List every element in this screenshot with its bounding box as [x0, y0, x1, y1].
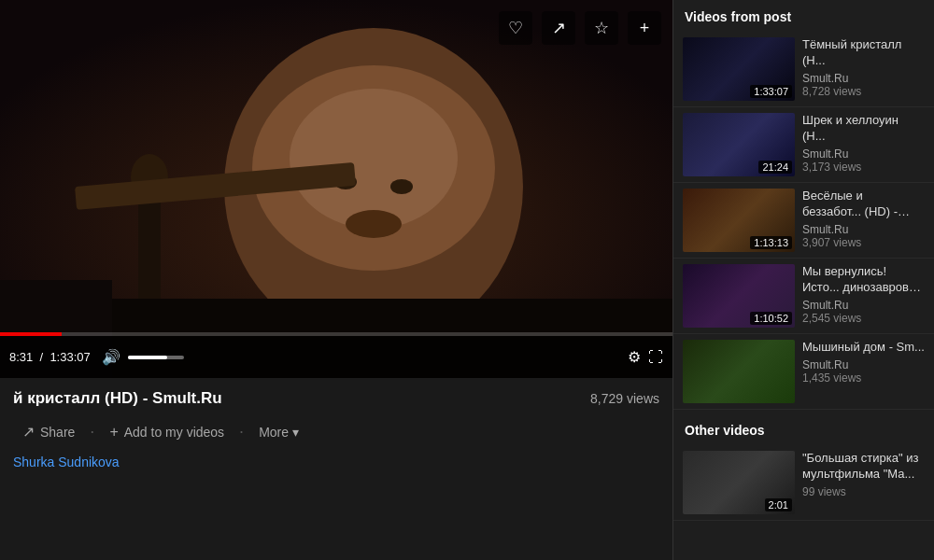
sidebar-video-item[interactable]: 1:33:07 Тёмный кристалл (Н... Smult.Ru 8…	[673, 32, 934, 107]
sidebar-video-title: Шрек и хеллоуин (Н...	[802, 113, 925, 145]
video-thumbnail: 21:24	[683, 113, 795, 176]
author-link[interactable]: Shurka Sudnikova	[13, 453, 120, 471]
video-top-icons: ♡ ↗ ☆ +	[499, 11, 661, 45]
share-button[interactable]: ↗ Share	[13, 417, 84, 446]
section-title-other: Other videos	[673, 413, 934, 445]
sidebar-video-meta: Smult.Ru 1,435 views	[802, 358, 925, 385]
videos-from-post-list: 1:33:07 Тёмный кристалл (Н... Smult.Ru 8…	[673, 32, 934, 410]
sidebar-video-meta: Smult.Ru 3,173 views	[802, 147, 925, 174]
section-title-post: Videos from post	[673, 0, 934, 32]
video-title-row: й кристалл (HD) - Smult.Ru 8,729 views	[13, 389, 659, 408]
volume-button[interactable]: 🔊	[102, 348, 120, 366]
share-icon-button[interactable]: ↗	[542, 11, 575, 45]
video-controls: 8:31 / 1:33:07 🔊 ⚙ ⛶	[0, 336, 672, 378]
sidebar-video-title: Мышиный дом - Sm...	[802, 340, 925, 356]
thumb-duration: 21:24	[758, 161, 792, 174]
add-to-videos-button[interactable]: + Add to my videos	[100, 418, 234, 446]
scene-svg	[0, 0, 672, 378]
video-thumbnail	[683, 340, 795, 403]
fullscreen-icon: ⛶	[648, 349, 663, 365]
volume-fill	[128, 356, 167, 359]
sidebar-video-info: Тёмный кристалл (Н... Smult.Ru 8,728 vie…	[802, 37, 925, 98]
add-icon: +	[109, 424, 118, 441]
main-content: ♡ ↗ ☆ + 8:31 / 1:33:07 🔊	[0, 0, 672, 560]
other-videos-list: 2:01 "Большая стирка" из мультфильма "Ма…	[673, 445, 934, 521]
svg-point-6	[290, 89, 458, 229]
sidebar-video-title: Мы вернулись! Исто... динозавров (HD) - …	[802, 264, 925, 296]
plus-button[interactable]: +	[628, 11, 661, 45]
time-display: 8:31 / 1:33:07	[9, 350, 91, 364]
svg-rect-3	[138, 196, 161, 308]
video-views: 99 views	[802, 485, 846, 498]
sidebar-video-meta: Smult.Ru 2,545 views	[802, 299, 925, 325]
channel-name: Smult.Ru	[802, 299, 848, 312]
sidebar-video-item[interactable]: Мышиный дом - Sm... Smult.Ru 1,435 views	[673, 334, 934, 410]
thumb-duration: 2:01	[765, 498, 792, 511]
settings-button[interactable]: ⚙	[628, 348, 641, 366]
sidebar-video-title: "Большая стирка" из мультфильма "Ма...	[802, 451, 925, 483]
more-button[interactable]: More ▾	[249, 419, 308, 445]
total-time: 1:33:07	[50, 350, 90, 364]
divider-2: ·	[239, 422, 244, 441]
video-thumbnail: 2:01	[683, 451, 795, 514]
channel-name: Smult.Ru	[802, 223, 848, 236]
channel-name: Smult.Ru	[802, 72, 848, 85]
more-label: More	[259, 425, 289, 440]
star-button[interactable]: ☆	[585, 11, 618, 45]
heart-button[interactable]: ♡	[499, 11, 532, 45]
video-views: 1,435 views	[802, 371, 861, 385]
video-thumbnail: 1:13:13	[683, 189, 795, 252]
sidebar-video-info: Шрек и хеллоуин (Н... Smult.Ru 3,173 vie…	[802, 113, 925, 174]
add-label: Add to my videos	[124, 425, 224, 440]
video-thumbnail: 1:33:07	[683, 37, 795, 101]
star-icon: ☆	[594, 18, 609, 38]
chevron-down-icon: ▾	[292, 425, 299, 440]
volume-icon: 🔊	[102, 349, 120, 365]
video-player: ♡ ↗ ☆ + 8:31 / 1:33:07 🔊	[0, 0, 672, 378]
plus-icon: +	[640, 19, 650, 38]
sidebar-video-title: Весёлые и беззабот... (HD) - Smult.Ru	[802, 189, 925, 220]
sidebar-video-item[interactable]: 1:13:13 Весёлые и беззабот... (HD) - Smu…	[673, 183, 934, 259]
channel-name: Smult.Ru	[802, 147, 848, 161]
sidebar-video-meta: Smult.Ru 8,728 views	[802, 72, 925, 98]
share-icon: ↗	[552, 18, 566, 38]
sidebar-video-item[interactable]: 2:01 "Большая стирка" из мультфильма "Ма…	[673, 445, 934, 521]
sidebar-video-info: "Большая стирка" из мультфильма "Ма... 9…	[802, 451, 925, 498]
video-views: 8,728 views	[802, 85, 861, 98]
video-views: 3,173 views	[802, 161, 861, 174]
sidebar-video-title: Тёмный кристалл (Н...	[802, 37, 925, 69]
volume-slider[interactable]	[128, 356, 184, 359]
sidebar-video-info: Мышиный дом - Sm... Smult.Ru 1,435 views	[802, 340, 925, 385]
sidebar-video-info: Мы вернулись! Исто... динозавров (HD) - …	[802, 264, 925, 325]
channel-name: Smult.Ru	[802, 358, 848, 371]
views-count: 8,729 views	[590, 391, 659, 406]
video-actions: ↗ Share · + Add to my videos · More ▾	[13, 417, 659, 446]
thumb-duration: 1:13:13	[750, 236, 792, 249]
share-action-icon: ↗	[22, 423, 35, 441]
sidebar-video-info: Весёлые и беззабот... (HD) - Smult.Ru Sm…	[802, 189, 925, 249]
video-views: 2,545 views	[802, 312, 861, 325]
svg-point-9	[346, 210, 402, 238]
divider-1: ·	[90, 422, 94, 441]
fullscreen-button[interactable]: ⛶	[648, 349, 663, 366]
video-views: 3,907 views	[802, 236, 861, 249]
thumb-duration: 1:33:07	[750, 85, 792, 98]
video-title: й кристалл (HD) - Smult.Ru	[13, 389, 222, 408]
sidebar-video-meta: 99 views	[802, 485, 925, 498]
video-frame	[0, 0, 672, 378]
heart-icon: ♡	[508, 18, 523, 38]
current-time: 8:31	[9, 350, 33, 364]
thumb-duration: 1:10:52	[750, 312, 792, 325]
sidebar-video-item[interactable]: 21:24 Шрек и хеллоуин (Н... Smult.Ru 3,1…	[673, 107, 934, 183]
sidebar-video-item[interactable]: 1:10:52 Мы вернулись! Исто... динозавров…	[673, 259, 934, 334]
settings-icon: ⚙	[628, 349, 641, 365]
share-label: Share	[40, 425, 75, 440]
video-info: й кристалл (HD) - Smult.Ru 8,729 views ↗…	[0, 378, 672, 560]
sidebar: Videos from post 1:33:07 Тёмный кристалл…	[672, 0, 934, 560]
sidebar-video-meta: Smult.Ru 3,907 views	[802, 223, 925, 249]
video-thumbnail: 1:10:52	[683, 264, 795, 328]
svg-point-8	[390, 179, 413, 194]
